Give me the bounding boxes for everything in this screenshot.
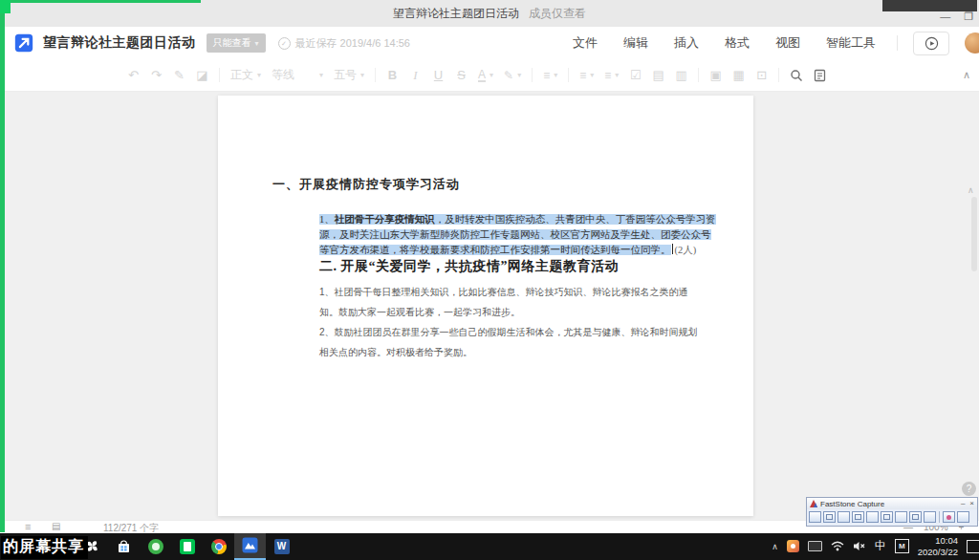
toolbar-collapse-icon[interactable]: ∧ [963, 69, 970, 81]
scrollbar-thumb[interactable] [971, 197, 977, 271]
menu-view[interactable]: 视图 [775, 34, 800, 52]
highlight-color-dropdown[interactable]: ✎ ▾ [504, 69, 521, 82]
taskbar-word-app[interactable]: W [266, 532, 297, 560]
undo-icon[interactable]: ↶ [127, 68, 140, 82]
checkbox-list-icon[interactable]: ☑ [629, 68, 642, 82]
ime-language-indicator[interactable]: 中 [875, 538, 886, 554]
faststone-window[interactable]: FastStone Capture – × [806, 497, 978, 527]
taskbar-chrome-app[interactable] [203, 532, 234, 560]
caret-down-icon: ▾ [615, 71, 619, 79]
taskbar-docs-app-active[interactable] [234, 532, 266, 560]
chrome-icon [211, 539, 227, 554]
help-button[interactable]: ? [962, 482, 976, 496]
taskbar-green-ring-app[interactable] [140, 532, 171, 560]
find-replace-icon[interactable] [790, 69, 803, 82]
fs-capture-freehand-icon[interactable] [866, 511, 879, 523]
window-controls: — ❐ [940, 11, 973, 23]
divider [778, 68, 779, 82]
underline-button[interactable]: U [432, 68, 445, 82]
fs-capture-fullscreen-icon[interactable] [881, 511, 893, 523]
window-title: 望言辩论社主题团日活动 [393, 6, 519, 22]
outline-list-icon[interactable]: ≡ [25, 521, 31, 532]
wifi-icon[interactable] [831, 541, 844, 551]
fs-capture-region-icon[interactable] [852, 511, 864, 523]
display-tray-icon[interactable] [808, 541, 822, 551]
taskbar-clock[interactable]: 10:04 2020/3/22 [918, 535, 958, 557]
clear-format-icon[interactable]: ◪ [196, 68, 208, 82]
fs-capture-window-icon[interactable] [838, 511, 850, 523]
document-page[interactable]: 一、开展疫情防控专项学习活动 1、社团骨干分享疫情知识，及时转发中国疾控动态、共… [218, 96, 753, 516]
user-avatar[interactable] [965, 32, 979, 54]
fs-capture-scrolling-icon[interactable] [895, 511, 907, 523]
fs-record-video-icon[interactable] [924, 511, 936, 523]
tray-expand-icon[interactable]: ∧ [772, 542, 778, 551]
taskbar-store-app[interactable] [108, 532, 140, 560]
font-size-dropdown[interactable]: 五号 ▾ [334, 67, 364, 83]
permission-badge-label: 只能查看 [213, 36, 251, 50]
fs-capture-rectangle-icon[interactable] [823, 511, 836, 523]
strikethrough-button[interactable]: S [455, 68, 468, 82]
fs-open-icon[interactable] [809, 511, 821, 523]
divider [219, 68, 220, 82]
indent-icon[interactable]: ▤ [652, 68, 664, 82]
italic-button[interactable]: I [409, 68, 422, 83]
minimize-icon[interactable]: — [940, 11, 950, 23]
font-family-dropdown[interactable]: 等线 ▾ [272, 67, 323, 83]
word-count-label: 112/271 个字 [103, 522, 159, 535]
screen-share-border-top [0, 0, 201, 3]
insert-more-icon[interactable]: ⊡ [755, 68, 768, 82]
divider [698, 68, 699, 82]
menu-format[interactable]: 格式 [725, 34, 750, 52]
paragraph-style-dropdown[interactable]: 正文 ▾ [230, 67, 261, 83]
menu-file[interactable]: 文件 [573, 34, 598, 52]
fs-settings-icon[interactable] [957, 511, 969, 523]
caret-down-icon: ▾ [360, 71, 364, 79]
redo-icon[interactable]: ↷ [150, 68, 163, 82]
play-icon [925, 36, 939, 51]
faststone-close-icon[interactable]: × [969, 499, 974, 508]
menu-smart-tools[interactable]: 智能工具 [826, 34, 876, 52]
numbered-list-icon: ≡ [579, 69, 586, 82]
app-header: 望言辩论社主题团日活动 只能查看 ▾ ✓ 最近保存 2019/4/6 14:56… [0, 27, 979, 59]
permission-badge[interactable]: 只能查看 ▾ [207, 33, 266, 53]
ime-mode-icon[interactable]: M [895, 539, 909, 553]
fs-edit-icon[interactable] [943, 511, 955, 523]
clock-time: 10:04 [918, 535, 958, 546]
save-status-text: 最近保存 2019/4/6 14:56 [295, 36, 410, 51]
align-dropdown[interactable]: ≡ ▾ [543, 69, 557, 82]
doc-line: 1、社团骨干每日整理相关知识，比如比赛信息、辩论技巧知识、辩论比赛报名之类的通 [319, 282, 688, 302]
bullet-list-dropdown[interactable]: ≡ ▾ [604, 69, 619, 82]
doc-line: 1、社团骨干分享疫情知识，及时转发中国疾控动态、共青团中央、丁香园等公众号学习资 [319, 212, 721, 227]
action-center-icon[interactable] [967, 540, 979, 553]
menu-insert[interactable]: 插入 [674, 34, 699, 52]
faststone-titlebar[interactable]: FastStone Capture – × [807, 498, 977, 509]
screen-share-label: 的屏幕共享 [1, 536, 88, 559]
font-color-dropdown[interactable]: A ▾ [478, 69, 493, 82]
volume-muted-icon[interactable] [853, 541, 866, 551]
text-cursor [672, 244, 673, 254]
fs-capture-fixed-icon[interactable] [909, 511, 922, 523]
insert-table-icon[interactable]: ▦ [732, 68, 745, 82]
format-painter-icon[interactable]: ✎ [173, 68, 185, 82]
scrollbar-up-icon[interactable]: ∧ [968, 185, 974, 195]
input-method-tray-icon[interactable] [787, 540, 799, 552]
doc-heading-1: 一、开展疫情防控专项学习活动 [272, 176, 460, 193]
word-count-panel-icon[interactable] [814, 69, 826, 82]
insert-image-icon[interactable]: ▣ [709, 68, 722, 82]
taskbar-green-square-app[interactable] [171, 532, 203, 560]
word-icon: W [274, 539, 290, 554]
menu-edit[interactable]: 编辑 [623, 34, 648, 52]
restore-icon[interactable]: ❐ [964, 11, 973, 23]
caret-down-icon: ▾ [319, 71, 323, 79]
present-button[interactable] [913, 32, 949, 55]
menu-bar: 文件 编辑 插入 格式 视图 智能工具 [573, 34, 876, 52]
faststone-minimize-icon[interactable]: – [961, 499, 965, 508]
doc-line: 源，及时关注山东大学新型肺炎防控工作专题网站、校区官方网站及学生处、团委公众号 [319, 227, 721, 243]
numbered-list-dropdown[interactable]: ≡ ▾ [579, 69, 594, 82]
save-status: ✓ 最近保存 2019/4/6 14:56 [278, 36, 410, 51]
bold-button[interactable]: B [386, 68, 399, 82]
green-ring-icon [148, 539, 163, 554]
green-book-icon [180, 539, 195, 554]
page-preview-icon[interactable]: ▤ [52, 521, 60, 531]
outdent-icon[interactable]: ▥ [675, 68, 687, 82]
